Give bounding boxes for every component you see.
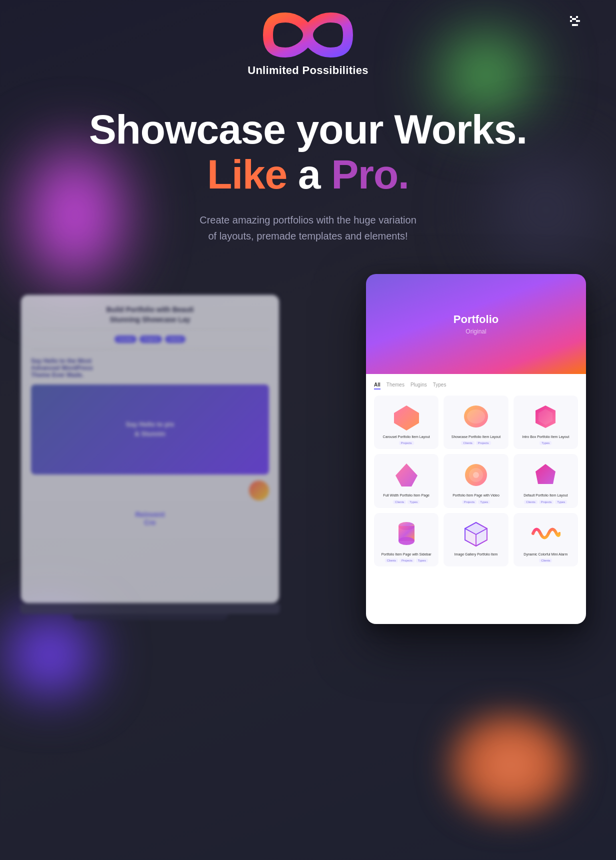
portfolio-card-9: Dynamic Colorful Mini Alarm Clients [514,513,578,566]
portfolio-card-5-tags: Projects Types [462,500,490,504]
portfolio-card-7-title: Portfolio Item Page with Sidebar [382,552,432,556]
hero-subheadline-purple: Pro. [331,152,408,197]
tag: Clients [524,500,537,504]
tag: Projects [399,441,414,445]
tag: Projects [539,500,554,504]
filter-tab-types[interactable]: Types [433,382,446,390]
portfolio-card-2-tags: Clients Projects [461,441,490,445]
laptop-screen: Build Portfolio with BeautiStunning Show… [20,294,280,604]
portfolio-card-6-title: Default Portfolio Item Layout [524,493,568,498]
filter-tab-themes[interactable]: Themes [386,382,404,390]
laptop-nav-btn-country: Country [114,336,136,343]
portfolio-card-4: Full Width Portfolio Item Page Clients T… [374,454,438,508]
tag: Clients [385,558,398,562]
portfolio-card-9-title: Dynamic Colorful Mini Alarm [524,552,568,556]
hero-headline: Showcase your Works. [20,107,596,152]
portfolio-body: All Themes Plugins Types [366,374,586,624]
portfolio-card-2-img [458,402,494,432]
portfolio-grid: Carousel Portfolio Item Layout Projects [374,396,578,566]
background-blob-orange [446,710,576,820]
laptop-screen-inner: Build Portfolio with BeautiStunning Show… [21,295,279,603]
tag: Projects [462,500,477,504]
tag: Projects [400,558,414,562]
portfolio-card-2-title: Showcase Portfolio Item Layout [452,434,500,439]
hero-section: Showcase your Works. Like a Pro. Create … [0,77,616,264]
tag: Types [555,500,567,504]
tag: Clients [393,500,406,504]
portfolio-card-7-tags: Clients Projects Types [385,558,428,562]
portfolio-card-8-title: Image Gallery Portfolio Item [454,552,498,556]
svg-point-16 [473,472,479,478]
portfolio-card-2: Showcase Portfolio Item Layout Clients P… [444,396,508,449]
hero-subheadline-middle: a [287,152,331,197]
laptop-blue-text: Say Hello to pix& Stunnin [126,420,174,438]
portfolio-card-5-img [458,460,494,490]
laptop-mockup: Build Portfolio with BeautiStunning Show… [20,294,280,604]
portfolio-card-6-img [528,460,563,490]
hero-subheadline-orange: Like [207,152,287,197]
laptop-hello-section: Say Hello to the MostAdvanced WordPressT… [31,358,269,378]
portfolio-card-5-title: Portfolio Item Page with Video [452,493,500,498]
laptop-nav-btn-clients: Clients [165,336,185,343]
portfolio-card-6-tags: Clients Projects Types [524,500,567,504]
filter-tab-all[interactable]: All [374,382,380,390]
svg-marker-17 [536,464,556,484]
tag: Types [416,558,428,562]
header: Unlimited Possibilities [0,0,616,77]
mockup-area: Build Portfolio with BeautiStunning Show… [0,274,616,654]
portfolio-mockup: Portfolio Original All Themes Plugins Ty… [366,274,586,624]
portfolio-card-8: Image Gallery Portfolio Item [444,513,508,566]
tag: Types [408,500,420,504]
portfolio-card-4-title: Full Width Portfolio Item Page [383,493,430,498]
portfolio-card-7: Portfolio Item Page with Sidebar Clients… [374,513,438,566]
portfolio-card-5: Portfolio Item Page with Video Projects … [444,454,508,508]
infinity-logo-icon [263,10,353,60]
portfolio-card-3: Intro Box Portfolio Item Layout Types [514,396,578,449]
tag: Types [540,441,552,445]
logo-title: Unlimited Possibilities [248,64,368,77]
tag: Projects [476,441,491,445]
laptop-blue-section: Say Hello to pix& Stunnin [31,384,269,474]
hero-subheadline: Like a Pro. [20,152,596,197]
portfolio-card-4-tags: Clients Types [393,500,420,504]
portfolio-card-1: Carousel Portfolio Item Layout Projects [374,396,438,449]
portfolio-card-1-title: Carousel Portfolio Item Layout [383,434,430,439]
laptop-nav-buttons: Country Projects Clients [31,336,269,343]
tag: Clients [461,441,474,445]
portfolio-card-6: Default Portfolio Item Layout Clients Pr… [514,454,578,508]
svg-point-20 [398,537,414,545]
tag: Types [478,500,490,504]
portfolio-header: Portfolio Original [366,274,586,374]
tag: Clients [539,558,552,562]
portfolio-card-3-img [528,402,563,432]
portfolio-card-9-tags: Clients [539,558,552,562]
hero-description: Create amazing portfolios with the huge … [168,212,448,244]
portfolio-card-7-img [389,519,424,549]
logo-area: Unlimited Possibilities [248,10,368,77]
portfolio-subtitle: Original [466,328,486,335]
filter-tab-plugins[interactable]: Plugins [410,382,427,390]
portfolio-card-1-img [389,402,424,432]
svg-marker-13 [396,464,418,486]
svg-point-10 [467,410,485,424]
laptop-nav-btn-projects: Projects [140,336,162,343]
portfolio-filter-tabs: All Themes Plugins Types [374,382,578,390]
portfolio-title: Portfolio [454,313,498,326]
portfolio-card-3-tags: Types [540,441,552,445]
portfolio-card-4-img [389,460,424,490]
laptop-reinvent-text: ReinventCre [31,510,269,526]
laptop-content-title: Build Portfolio with BeautiStunning Show… [31,305,269,324]
portfolio-card-1-tags: Projects [399,441,414,445]
portfolio-card-9-img [528,519,563,549]
portfolio-card-8-img [458,519,494,549]
portfolio-card-3-title: Intro Box Portfolio Item Layout [522,434,569,439]
svg-marker-8 [394,406,419,430]
